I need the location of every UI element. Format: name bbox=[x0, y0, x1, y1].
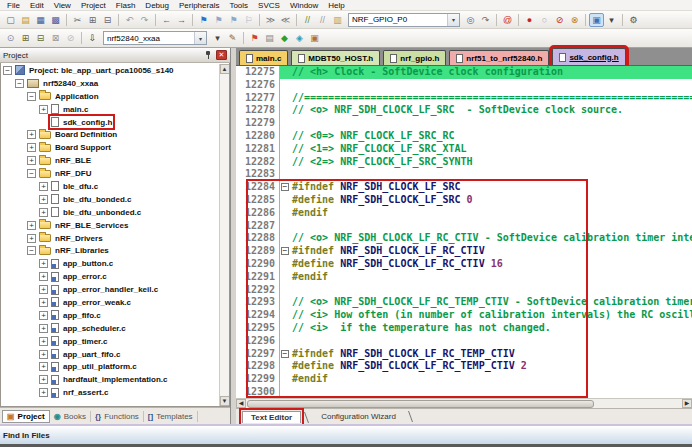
chevron-down-icon[interactable]: ▾ bbox=[194, 32, 206, 44]
tree-expander-icon[interactable]: + bbox=[27, 130, 36, 139]
tree-item[interactable]: +ble_dfu_unbonded.c bbox=[1, 206, 219, 219]
tree-item[interactable]: −Project: ble_app_uart_pca10056_s140 bbox=[1, 64, 219, 77]
code-text[interactable] bbox=[290, 168, 692, 181]
breakpoint-disable-icon[interactable]: ⊘ bbox=[552, 13, 567, 27]
find-in-browse-icon[interactable]: ◎ bbox=[463, 13, 478, 27]
tree-expander-icon[interactable]: + bbox=[39, 324, 48, 333]
code-text[interactable] bbox=[290, 220, 692, 233]
manage-project-items-icon[interactable]: ⚑ bbox=[247, 31, 262, 45]
menu-item-view[interactable]: View bbox=[49, 1, 76, 10]
tree-item[interactable]: +app_util_platform.c bbox=[1, 360, 219, 373]
code-text[interactable]: #endif bbox=[290, 271, 692, 284]
code-text[interactable] bbox=[290, 386, 692, 398]
tree-item[interactable]: +nrf_assert.c bbox=[1, 386, 219, 399]
symbol-combo[interactable]: NRF_GPIO_P0 ▾ bbox=[348, 13, 460, 27]
tree-item[interactable]: +ble_dfu.c bbox=[1, 180, 219, 193]
tree-item[interactable]: +Board Definition bbox=[1, 128, 219, 141]
editor-tab-main.c[interactable]: main.c bbox=[239, 50, 288, 65]
menu-item-project[interactable]: Project bbox=[76, 1, 111, 10]
code-text[interactable]: #endif bbox=[290, 207, 692, 220]
tree-expander-icon[interactable]: + bbox=[39, 388, 48, 397]
manage-runtime-env-icon[interactable]: ▣ bbox=[307, 31, 322, 45]
fold-toggle-icon[interactable]: − bbox=[281, 247, 289, 255]
copy-icon[interactable]: ⊞ bbox=[85, 13, 100, 27]
code-text[interactable]: #ifndef NRF_SDH_CLOCK_LF_RC_CTIV bbox=[290, 245, 692, 258]
tree-item[interactable]: +app_uart_fifo.c bbox=[1, 348, 219, 361]
scroll-left-icon[interactable]: ◀ bbox=[236, 399, 246, 408]
cross-reference-icon[interactable]: ↷ bbox=[478, 13, 493, 27]
tree-expander-icon[interactable]: − bbox=[27, 246, 36, 255]
code-text[interactable]: #define NRF_SDH_CLOCK_LF_RC_TEMP_CTIV 2 bbox=[290, 360, 692, 373]
project-tree[interactable]: −Project: ble_app_uart_pca10056_s140−nrf… bbox=[1, 64, 219, 406]
close-icon[interactable] bbox=[216, 50, 227, 60]
build-icon[interactable]: ⊞ bbox=[18, 31, 33, 45]
code-text[interactable]: #endif bbox=[290, 373, 692, 386]
menu-item-tools[interactable]: Tools bbox=[224, 1, 253, 10]
fold-toggle-icon[interactable]: − bbox=[281, 350, 289, 358]
tree-expander-icon[interactable]: − bbox=[3, 66, 12, 75]
tree-item[interactable]: −nRF_DFU bbox=[1, 167, 219, 180]
tree-scrollbar[interactable]: ▲ ▼ bbox=[219, 64, 229, 406]
tree-item[interactable]: +app_fifo.c bbox=[1, 309, 219, 322]
code-editor[interactable]: 12275// <h> Clock - SoftDevice clock con… bbox=[236, 66, 692, 398]
code-text[interactable]: // <0=> NRF_CLOCK_LF_SRC_RC bbox=[290, 130, 692, 143]
tree-expander-icon[interactable]: + bbox=[39, 375, 48, 384]
file-extensions-icon[interactable]: ▤ bbox=[262, 31, 277, 45]
menu-item-peripherals[interactable]: Peripherals bbox=[174, 1, 224, 10]
cut-icon[interactable]: ✂ bbox=[70, 13, 85, 27]
new-file-icon[interactable]: ▢ bbox=[3, 13, 18, 27]
tree-item[interactable]: −Application bbox=[1, 90, 219, 103]
tree-expander-icon[interactable]: − bbox=[15, 79, 24, 88]
tree-expander-icon[interactable]: + bbox=[27, 143, 36, 152]
code-text[interactable]: // <o> NRF_SDH_CLOCK_LF_RC_CTIV - SoftDe… bbox=[290, 232, 692, 245]
fold-toggle-icon[interactable]: − bbox=[281, 183, 289, 191]
tree-expander-icon[interactable]: + bbox=[27, 234, 36, 243]
code-text[interactable]: // <i> How often (in number of calibrati… bbox=[290, 309, 692, 322]
tree-item[interactable]: +nRF_Drivers bbox=[1, 232, 219, 245]
tree-item[interactable]: −nrf52840_xxaa bbox=[1, 77, 219, 90]
chevron-down-icon[interactable]: ▾ bbox=[447, 14, 459, 26]
tree-expander-icon[interactable]: + bbox=[39, 350, 48, 359]
tree-item[interactable]: +app_error_weak.c bbox=[1, 296, 219, 309]
find-in-files-folder-icon[interactable]: ▥ bbox=[330, 13, 345, 27]
tree-expander-icon[interactable]: − bbox=[27, 169, 36, 178]
tree-item[interactable]: +app_scheduler.c bbox=[1, 322, 219, 335]
tree-expander-icon[interactable]: + bbox=[39, 272, 48, 281]
breakpoint-enable-icon[interactable]: ○ bbox=[537, 13, 552, 27]
tree-expander-icon[interactable]: + bbox=[39, 105, 48, 114]
editor-tab-nrf51_to_nrf52840.h[interactable]: nrf51_to_nrf52840.h bbox=[449, 50, 549, 65]
panel-tab-functions[interactable]: {}Functions bbox=[91, 411, 144, 422]
code-text[interactable]: #define NRF_SDH_CLOCK_LF_SRC 0 bbox=[290, 194, 692, 207]
undo-icon[interactable]: ↶ bbox=[122, 13, 137, 27]
tree-item[interactable]: +Board Support bbox=[1, 141, 219, 154]
scroll-right-icon[interactable]: ▶ bbox=[682, 399, 692, 408]
tree-item[interactable]: +nRF_BLE bbox=[1, 154, 219, 167]
code-text[interactable]: #ifndef NRF_SDH_CLOCK_LF_SRC bbox=[290, 181, 692, 194]
paste-icon[interactable]: ⊟ bbox=[100, 13, 115, 27]
search-icon[interactable]: @ bbox=[500, 13, 515, 27]
pin-icon[interactable] bbox=[204, 50, 213, 61]
scroll-up-icon[interactable]: ▲ bbox=[220, 64, 230, 74]
tree-item[interactable]: +app_button.c bbox=[1, 257, 219, 270]
target-chevron-icon[interactable]: ▾ bbox=[210, 31, 225, 45]
translate-icon[interactable]: ⊙ bbox=[3, 31, 18, 45]
code-text[interactable]: // <h> Clock - SoftDevice clock configur… bbox=[290, 66, 692, 79]
code-text[interactable] bbox=[290, 335, 692, 348]
code-text[interactable]: //======================================… bbox=[290, 92, 692, 105]
tree-expander-icon[interactable]: + bbox=[27, 156, 36, 165]
tree-expander-icon[interactable]: + bbox=[39, 362, 48, 371]
tree-expander-icon[interactable]: + bbox=[39, 182, 48, 191]
tree-expander-icon[interactable]: + bbox=[39, 337, 48, 346]
tab-text-editor[interactable]: Text Editor bbox=[242, 411, 301, 423]
options-for-target-icon[interactable]: ✎ bbox=[225, 31, 240, 45]
menu-item-help[interactable]: Help bbox=[323, 1, 349, 10]
tree-item[interactable]: −nRF_Libraries bbox=[1, 244, 219, 257]
tree-expander-icon[interactable]: + bbox=[27, 221, 36, 230]
scroll-down-icon[interactable]: ▼ bbox=[220, 396, 230, 406]
uncomment-icon[interactable]: // bbox=[315, 13, 330, 27]
target-select-combo[interactable]: nrf52840_xxaa ▾ bbox=[103, 31, 207, 45]
configure-wrench-icon[interactable]: ⚙ bbox=[626, 13, 641, 27]
tree-item[interactable]: +hardfault_implementation.c bbox=[1, 373, 219, 386]
rebuild-icon[interactable]: ⊟ bbox=[33, 31, 48, 45]
bookmark-next-icon[interactable]: ⚑ bbox=[226, 13, 241, 27]
